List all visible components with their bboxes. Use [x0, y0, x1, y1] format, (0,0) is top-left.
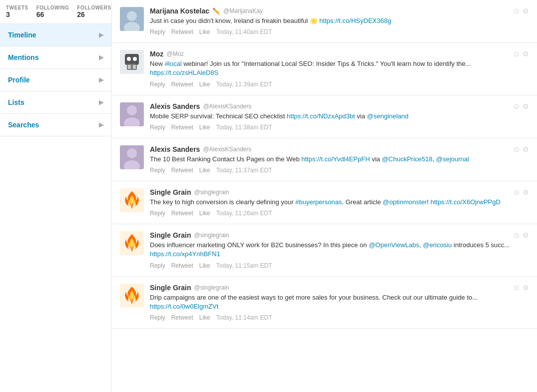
tweet-item: Moz @Moz New #local webinar! Join us for… [112, 43, 537, 95]
tweet-actions: Reply Retweet Like Today, 11:37am EDT [150, 167, 529, 174]
tweet-link[interactable]: https://t.co/X6OjrwPPgD [431, 198, 501, 206]
like-button[interactable]: Like [199, 81, 210, 88]
mention[interactable]: @OpenViewLabs [369, 241, 419, 249]
settings-button[interactable]: ⚙ [523, 231, 529, 239]
tweet-username: Alexis Sanders [150, 145, 200, 153]
retweet-button[interactable]: Retweet [171, 314, 193, 321]
tweet-item: Single Grain @singlegrain The key to hig… [112, 181, 537, 224]
reply-button[interactable]: Reply [150, 167, 165, 174]
pencil-icon: ✏️ [212, 7, 220, 15]
dismiss-button[interactable]: ⊙ [514, 7, 520, 15]
nav-profile[interactable]: Profile ▶ [0, 69, 111, 91]
tweet-item: Alexis Sanders @AlexisKSanders Mobile SE… [112, 95, 537, 138]
following-label: FOLLOWING [36, 5, 69, 10]
tweet-username: Single Grain [150, 284, 191, 292]
tweet-controls: ⊙ ⚙ [514, 50, 529, 58]
timeline-arrow-icon: ▶ [99, 31, 103, 38]
tweet-handle: @singlegrain [194, 232, 229, 239]
dismiss-button[interactable]: ⊙ [514, 50, 520, 58]
tweet-actions: Reply Retweet Like Today, 11:14am EDT [150, 314, 529, 321]
tweet-header: Marijana Kostelac ✏️ @MarijanaKay [150, 7, 529, 15]
tweet-link[interactable]: https://t.co/zsHLAleD8S [150, 69, 218, 76]
retweet-button[interactable]: Retweet [171, 262, 193, 269]
mention[interactable]: @ChuckPrice518 [382, 155, 432, 163]
retweet-button[interactable]: Retweet [171, 28, 193, 35]
reply-button[interactable]: Reply [150, 262, 165, 269]
nav-lists-label: Lists [8, 98, 24, 106]
nav-timeline[interactable]: Timeline ▶ [0, 24, 111, 46]
tweet-handle: @AlexisKSanders [203, 146, 251, 153]
retweet-button[interactable]: Retweet [171, 210, 193, 217]
tweet-username: Marijana Kostelac [150, 7, 209, 15]
avatar [120, 188, 144, 212]
tweet-handle: @AlexisKSanders [203, 103, 251, 110]
svg-rect-9 [133, 65, 136, 69]
settings-button[interactable]: ⚙ [523, 102, 529, 110]
svg-rect-8 [128, 65, 131, 69]
svg-point-14 [127, 148, 137, 158]
settings-button[interactable]: ⚙ [523, 188, 529, 196]
tweet-controls: ⊙ ⚙ [514, 102, 529, 110]
settings-button[interactable]: ⚙ [523, 284, 529, 292]
dismiss-button[interactable]: ⊙ [514, 102, 520, 110]
searches-arrow-icon: ▶ [99, 121, 103, 128]
tweet-text: Does influencer marketing ONLY work for … [150, 241, 529, 259]
reply-button[interactable]: Reply [150, 314, 165, 321]
tweet-header: Single Grain @singlegrain [150, 284, 529, 292]
tweets-stat: TWEETS 3 [6, 5, 28, 18]
reply-button[interactable]: Reply [150, 124, 165, 131]
like-button[interactable]: Like [199, 28, 210, 35]
tweet-controls: ⊙ ⚙ [514, 284, 529, 292]
tweet-link[interactable]: https://t.co/0w0ElgmZVt [150, 303, 218, 310]
tweet-text: Drip campaigns are one of the easiest wa… [150, 293, 529, 311]
tweet-link[interactable]: https://t.co/NDzxApd3bt [287, 112, 355, 120]
tweet-item: Alexis Sanders @AlexisKSanders The 10 Be… [112, 138, 537, 181]
reply-button[interactable]: Reply [150, 28, 165, 35]
reply-button[interactable]: Reply [150, 210, 165, 217]
dismiss-button[interactable]: ⊙ [514, 231, 520, 239]
hashtag[interactable]: #local [165, 60, 182, 67]
dismiss-button[interactable]: ⊙ [514, 284, 520, 292]
dismiss-button[interactable]: ⊙ [514, 188, 520, 196]
tweet-link[interactable]: https://t.co/xp4YnhBFN1 [150, 250, 220, 258]
mention[interactable]: @sengineland [367, 112, 409, 120]
dismiss-button[interactable]: ⊙ [514, 145, 520, 153]
nav-profile-label: Profile [8, 76, 30, 84]
tweet-controls: ⊙ ⚙ [514, 145, 529, 153]
svg-point-11 [127, 105, 137, 115]
tweet-link[interactable]: https://t.co/HSyDEX368g [319, 17, 391, 24]
tweet-controls: ⊙ ⚙ [514, 231, 529, 239]
nav-lists[interactable]: Lists ▶ [0, 91, 111, 114]
mention2[interactable]: @sejournal [436, 155, 469, 163]
hashtag[interactable]: #buyerpersonas [295, 198, 342, 206]
tweet-link[interactable]: https://t.co/Yvdl4EPpFH [301, 155, 370, 163]
retweet-button[interactable]: Retweet [171, 124, 193, 131]
tweet-header: Moz @Moz [150, 50, 529, 58]
nav-timeline-label: Timeline [8, 31, 36, 39]
mention[interactable]: @optinmonster [383, 198, 427, 206]
lists-arrow-icon: ▶ [99, 99, 103, 106]
mention2[interactable]: @ericosiu [423, 241, 452, 249]
followers-stat: FOLLOWERS 26 [77, 5, 111, 18]
nav-searches[interactable]: Searches ▶ [0, 114, 111, 136]
nav-mentions[interactable]: Mentions ▶ [0, 46, 111, 69]
settings-button[interactable]: ⚙ [523, 50, 529, 58]
tweet-body: Single Grain @singlegrain Drip campaigns… [150, 284, 529, 321]
like-button[interactable]: Like [199, 210, 210, 217]
tweet-handle: @Moz [166, 50, 184, 57]
settings-button[interactable]: ⚙ [523, 145, 529, 153]
like-button[interactable]: Like [199, 124, 210, 131]
reply-button[interactable]: Reply [150, 81, 165, 88]
avatar [120, 7, 144, 31]
tweet-text: The 10 Best Ranking Contact Us Pages on … [150, 155, 529, 164]
retweet-button[interactable]: Retweet [171, 167, 193, 174]
tweet-actions: Reply Retweet Like Today, 11:15am EDT [150, 262, 529, 269]
tweet-timestamp: Today, 11:39am EDT [216, 81, 272, 88]
settings-button[interactable]: ⚙ [523, 7, 529, 15]
like-button[interactable]: Like [199, 167, 210, 174]
like-button[interactable]: Like [199, 314, 210, 321]
retweet-button[interactable]: Retweet [171, 81, 193, 88]
sidebar: TWEETS 3 FOLLOWING 66 FOLLOWERS 26 Timel… [0, 0, 112, 392]
following-value: 66 [36, 10, 69, 18]
like-button[interactable]: Like [199, 262, 210, 269]
